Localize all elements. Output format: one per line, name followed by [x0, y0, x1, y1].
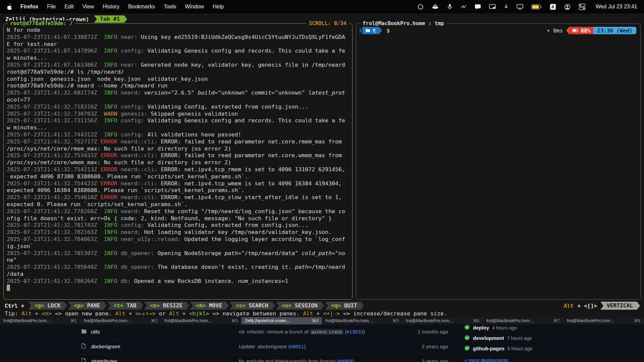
- terminal-line: 2025-07-23T21:41:32.782163Z INFO neard: …: [7, 229, 351, 236]
- deployment-age: 4 hours ago: [492, 325, 517, 330]
- deployment-name: deploy: [473, 325, 489, 330]
- file-name-link[interactable]: .gitattributes: [90, 358, 117, 362]
- battery-icon[interactable]: [531, 4, 542, 9]
- terminal-line: 2025-07-23T21:41:32.730793Z WARN genesis…: [7, 111, 351, 118]
- macos-menu-bar: Firefox FileEditViewHistoryBookmarksTool…: [0, 0, 644, 13]
- browser-tab[interactable]: frol@MacBookPro.hom…⌘1: [0, 317, 80, 324]
- deployments-list: deploy4 hours agodevelopment7 hours agog…: [464, 324, 608, 362]
- hint-key: <q>: [331, 302, 341, 309]
- terminal-line: [7, 285, 351, 292]
- prompt-folder-name: t: [373, 27, 376, 34]
- menu-item-view[interactable]: View: [83, 4, 94, 10]
- issue-link[interactable]: #8868: [338, 358, 353, 362]
- status-hint-session: <o> SESSION: [276, 302, 321, 310]
- deployment-age: 6 hours ago: [507, 346, 532, 351]
- hint-key: <n>: [150, 302, 160, 309]
- scroll-indicator: SCROLL: 0/34: [307, 20, 349, 27]
- chat-icon[interactable]: [475, 4, 481, 10]
- menu-item-help[interactable]: Help: [213, 4, 224, 10]
- status-hint-tab: <t> TAB: [107, 302, 140, 310]
- tab-title: frol@MacBookPro.hom…: [3, 318, 68, 323]
- file-row[interactable]: .dockerignoreUpdate .dockerignore (#8651…: [74, 339, 448, 354]
- prompt-clock: 23:36 (Wed): [593, 27, 636, 34]
- account-icon[interactable]: [564, 4, 571, 10]
- issue-link[interactable]: #13533: [346, 329, 363, 335]
- display-icon[interactable]: [517, 4, 523, 10]
- docker-icon[interactable]: [432, 4, 439, 10]
- terminal-line: 2025-07-23T21:41:32.731156Z INFO config:…: [7, 117, 351, 124]
- terminal-pane-right[interactable]: frol@MacBookPro.home : tmp t $ + 0ms: [356, 23, 641, 300]
- menu-bar-clock[interactable]: Wed Jul 23 23:41: [596, 4, 637, 10]
- file-name-link[interactable]: utils: [91, 329, 100, 335]
- menu-item-tools[interactable]: Tools: [164, 4, 176, 10]
- browser-tab[interactable]: frol@MacBookPro.hom…⌘2: [80, 317, 161, 324]
- more-deployments-link[interactable]: + more deployments: [464, 358, 508, 362]
- browser-tab[interactable]: frol@MacBookPro.hom…⌘7: [483, 317, 564, 324]
- commit-age: 2 years ago: [398, 344, 448, 349]
- control-center-icon[interactable]: [579, 4, 586, 10]
- terminal-line: 2025-07-23T21:41:32.754423Z ERROR neard:…: [7, 180, 351, 187]
- terminal-pane-left[interactable]: root@d778a97e59de: / SCROLL: 0/34 N for …: [3, 23, 353, 300]
- terminal-cursor: [7, 285, 10, 291]
- input-source-icon[interactable]: A: [550, 4, 556, 10]
- issue-link[interactable]: #8651: [290, 344, 304, 349]
- browser-tab[interactable]: frol@MacBookPro.hom…⌘5: [322, 317, 402, 324]
- menu-item-history[interactable]: History: [103, 4, 119, 10]
- github-page: utilsnit: refactor: remove a bunch of ex…: [0, 324, 644, 362]
- commit-message: fix: exclude test WebAssembly from lingu…: [181, 358, 398, 362]
- deployment-item[interactable]: deploy4 hours ago: [464, 324, 608, 333]
- terminal-line: /proc/sys/net/core/wmem_max: No such fil…: [7, 159, 351, 166]
- terminal-line: N for node: [7, 27, 351, 34]
- menu-app-name[interactable]: Firefox: [20, 4, 38, 10]
- apple-logo-icon[interactable]: [7, 3, 12, 10]
- tab-shortcut: ⌘2: [151, 318, 157, 323]
- terminal-line: 2025-07-23T21:41:32.781743Z INFO config:…: [7, 222, 351, 229]
- deployment-item[interactable]: development7 hours ago: [464, 333, 608, 343]
- status-hint-lock: <g> LOCK: [28, 302, 64, 310]
- zellij-tab-1[interactable]: Tab #1: [94, 15, 124, 23]
- screen-mirroring-icon[interactable]: [489, 4, 496, 9]
- microphone-icon[interactable]: [447, 4, 452, 10]
- deployment-age: 7 hours ago: [507, 336, 532, 341]
- zellij-tip-line: Tip: Alt + <n> => open new pane. Alt + <…: [5, 310, 641, 318]
- hint-label: LOCK: [44, 302, 61, 309]
- terminal-line: 2025-07-23T21:41:07.147896Z INFO config:…: [7, 48, 351, 55]
- browser-tab[interactable]: Zellij (hysterical-crown…⌘4: [241, 317, 322, 324]
- browser-tab[interactable]: frol@MacBookPro.hom…⌘8: [564, 317, 644, 324]
- file-row[interactable]: utilsnit: refactor: remove a bunch of ex…: [74, 324, 448, 339]
- tab-shortcut: ⌘3: [231, 318, 238, 323]
- command-latency: + 0ms: [547, 27, 563, 34]
- terminal-line: 2025-07-23T21:41:32.784063Z INFO near_o1…: [7, 236, 351, 243]
- terminal-line: expected 4096 16384 8388608. Please run …: [7, 187, 351, 194]
- terminal-line: 2025-07-23T21:41:32.718316Z INFO config:…: [7, 104, 351, 111]
- menu-item-file[interactable]: File: [47, 4, 56, 10]
- hint-label: RESIZE: [160, 302, 182, 309]
- deployment-item[interactable]: github-pages6 hours ago: [464, 343, 608, 354]
- screen-recording-icon[interactable]: [417, 4, 424, 10]
- file-name-link[interactable]: .dockerignore: [90, 344, 120, 349]
- arrow-down-icon[interactable]: [504, 4, 508, 10]
- file-row[interactable]: .gitattributesfix: exclude test WebAssem…: [74, 354, 448, 362]
- status-hint-quit: <q> QUIT: [325, 302, 361, 310]
- hint-label: SESSION: [291, 302, 318, 309]
- hint-label: TAB: [123, 302, 137, 309]
- terminal-line: 2025-07-23T21:41:32.682174Z INFO neard: …: [7, 89, 351, 97]
- terminal-line: 2025-07-23T21:41:32.754610Z ERROR neard:…: [7, 194, 351, 201]
- file-name-cell: utils: [74, 329, 181, 335]
- terminal-line: nfig file doesn't exist. err=Os { code: …: [7, 215, 351, 222]
- prompt-right-segments: + 0ms 88% 23:36 (Wed): [547, 27, 636, 34]
- browser-tab-strip: frol@MacBookPro.hom…⌘1frol@MacBookPro.ho…: [0, 317, 644, 324]
- browser-tab[interactable]: frol@MacBookPro.hom…⌘6: [402, 317, 483, 324]
- terminal-line: root@d778a97e59de:/# neard --home /tmp/n…: [7, 82, 351, 89]
- menu-bar-status-area: A Wed Jul 23 23:41: [417, 4, 637, 10]
- scribble-icon[interactable]: [461, 4, 467, 10]
- terminal-line: /proc/sys/net/core/rmem_max: No such fil…: [7, 145, 351, 153]
- tab-shortcut: ⌘6: [473, 318, 479, 323]
- menu-item-window[interactable]: Window: [185, 4, 204, 10]
- menu-item-edit[interactable]: Edit: [64, 4, 74, 10]
- browser-tab[interactable]: frol@MacBookPro.hom…⌘3: [161, 317, 241, 324]
- terminal-line: expected 0. Please run `scripts/set_kern…: [7, 201, 351, 208]
- prompt-arrow: [379, 27, 382, 34]
- tab-title: frol@MacBookPro.hom…: [486, 318, 551, 323]
- menu-item-bookmarks[interactable]: Bookmarks: [128, 4, 155, 10]
